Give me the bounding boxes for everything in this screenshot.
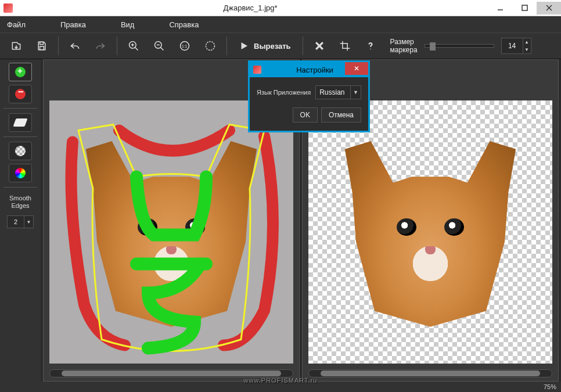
save-button[interactable]	[30, 35, 53, 56]
help-button[interactable]	[359, 35, 382, 56]
zoom-actual-button[interactable]: 1:1	[173, 35, 196, 56]
checker-icon	[15, 146, 26, 156]
eraser-button[interactable]	[9, 113, 32, 132]
separator	[3, 187, 37, 188]
clear-button[interactable]	[308, 35, 331, 56]
watermark: www.PROFISMART.ru	[244, 377, 318, 384]
dialog-icon	[253, 66, 261, 74]
smooth-edges-spinner[interactable]: ▼	[7, 215, 34, 228]
toolbar: 1:1 Вырезать Размер маркера ▲▼	[0, 33, 561, 59]
close-button[interactable]	[537, 2, 561, 15]
svg-rect-5	[40, 46, 44, 50]
open-button[interactable]	[5, 35, 28, 56]
cut-button[interactable]: Вырезать	[232, 35, 298, 56]
cancel-button[interactable]: Отмена	[321, 107, 361, 123]
minimize-button[interactable]	[488, 2, 512, 15]
color-bg-button[interactable]	[9, 164, 32, 182]
dialog-close-button[interactable]: ✕	[345, 62, 368, 75]
separator	[58, 37, 59, 55]
cut-label: Вырезать	[254, 42, 291, 51]
zoom-level: 75%	[544, 383, 556, 390]
language-label: Язык Приложения	[257, 89, 311, 96]
foreground-marks	[49, 100, 293, 364]
smooth-edges-label: SmoothEdges	[3, 195, 37, 210]
zoom-fit-button[interactable]	[199, 35, 222, 56]
menu-edit[interactable]: Правка	[60, 20, 86, 29]
separator	[117, 37, 117, 55]
zoom-in-button[interactable]	[122, 35, 145, 56]
source-image[interactable]	[49, 100, 293, 364]
spin-up-icon[interactable]: ▲	[523, 38, 531, 46]
play-icon	[239, 41, 249, 51]
zoom-out-button[interactable]	[148, 35, 171, 56]
menu-view[interactable]: Вид	[121, 20, 135, 29]
ok-button[interactable]: OK	[293, 107, 318, 123]
mark-foreground-button[interactable]	[9, 63, 32, 81]
side-toolbar: SmoothEdges ▼	[0, 59, 41, 382]
plus-icon	[15, 67, 26, 77]
svg-line-11	[161, 48, 164, 51]
svg-rect-4	[40, 42, 44, 44]
color-wheel-icon	[15, 168, 26, 178]
marker-size-input[interactable]	[502, 38, 523, 53]
marker-size-spinner[interactable]: ▲▼	[501, 38, 531, 54]
app-icon	[3, 3, 13, 13]
dialog-titlebar[interactable]: Настройки ✕	[250, 62, 368, 77]
undo-button[interactable]	[63, 35, 87, 56]
marker-size-slider[interactable]	[425, 44, 494, 48]
separator	[3, 136, 37, 137]
chevron-down-icon: ▼	[350, 86, 361, 99]
minus-icon	[15, 89, 26, 99]
window-controls	[488, 2, 561, 15]
language-value: Russian	[316, 86, 350, 99]
settings-dialog: Настройки ✕ Язык Приложения Russian ▼ OK…	[248, 60, 370, 132]
language-select[interactable]: Russian ▼	[315, 85, 361, 99]
mark-background-button[interactable]	[9, 85, 32, 103]
separator	[226, 37, 227, 55]
crop-button[interactable]	[333, 35, 357, 56]
separator	[3, 108, 37, 109]
smooth-edges-input[interactable]	[8, 216, 24, 228]
svg-point-15	[206, 42, 215, 51]
marker-size-label: Размер маркера	[390, 38, 418, 55]
result-scrollbar[interactable]	[308, 369, 552, 377]
result-image[interactable]	[308, 100, 552, 364]
spin-down-icon[interactable]: ▼	[523, 46, 531, 53]
svg-line-7	[135, 48, 138, 51]
svg-rect-1	[522, 5, 527, 10]
titlebar: Джарвис_1.jpg*	[0, 0, 561, 16]
source-scrollbar[interactable]	[49, 369, 293, 377]
menu-help[interactable]: Справка	[169, 20, 199, 29]
redo-button[interactable]	[89, 35, 112, 56]
spin-down-icon[interactable]: ▼	[24, 216, 33, 228]
transparent-bg-button[interactable]	[9, 142, 32, 160]
window-title: Джарвис_1.jpg*	[13, 3, 488, 12]
maximize-button[interactable]	[512, 2, 537, 15]
menubar: Файл Правка Вид Справка	[0, 16, 561, 33]
menu-file[interactable]: Файл	[7, 20, 26, 29]
eraser-icon	[13, 118, 27, 127]
separator	[303, 37, 303, 55]
svg-text:1:1: 1:1	[182, 44, 188, 48]
